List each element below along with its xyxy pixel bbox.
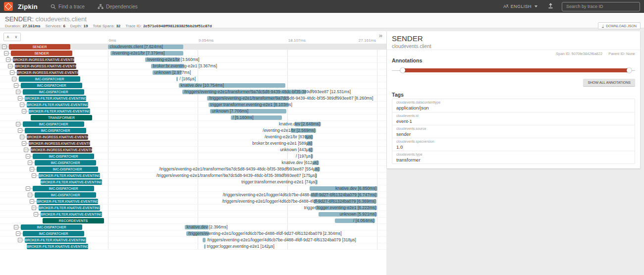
zipkin-logo-icon[interactable]: [4, 2, 13, 11]
collapse-toggle-icon[interactable]: −: [4, 51, 8, 55]
service-badge[interactable]: TRANSFORMER: [31, 115, 92, 120]
service-badge[interactable]: BROKER-FILTER.KNATIVE-EVENTING: [39, 173, 100, 178]
service-badge[interactable]: BROKER-INGRESS.KNATIVE-EVENTING: [17, 70, 78, 75]
collapse-toggle-icon[interactable]: −: [18, 238, 22, 242]
service-badge[interactable]: IMC-DISPATCHER: [35, 160, 96, 165]
service-badge[interactable]: RECORDEVENTS: [43, 218, 104, 223]
collapse-toggle-icon[interactable]: −: [18, 128, 22, 133]
collapse-toggle-icon[interactable]: −: [10, 70, 14, 75]
span-row[interactable]: RECORDEVENTS/ [4.064ms]: [0, 218, 386, 224]
span-row[interactable]: −BROKER-FILTER.KNATIVE-EVENTING/triggers…: [0, 237, 386, 243]
span-row[interactable]: TRANSFORMER/ [5.160ms]: [0, 114, 386, 121]
span-row[interactable]: −BROKER-INGRESS.KNATIVE-EVENTINGunknown …: [0, 69, 386, 76]
span-row[interactable]: −BROKER-INGRESS.KNATIVE-EVENTINGbroker:b…: [0, 140, 386, 147]
collapse-toggle-icon[interactable]: −: [32, 206, 36, 210]
collapse-toggle-icon[interactable]: −: [8, 64, 12, 68]
collapse-toggle-icon[interactable]: −: [16, 90, 20, 94]
service-badge[interactable]: BROKER-FILTER.KNATIVE-EVENTING: [27, 102, 88, 108]
service-badge[interactable]: IMC-DISPATCHER: [37, 166, 98, 172]
span-row[interactable]: −IMC-DISPATCHER/triggers/eventing-e2e1/t…: [0, 89, 386, 95]
service-badge[interactable]: IMC-DISPATCHER: [21, 224, 82, 230]
service-badge[interactable]: BROKER-INGRESS.KNATIVE-EVENTING: [13, 57, 74, 62]
span-row[interactable]: −BROKER-INGRESS.KNATIVE-EVENTINGunknown …: [0, 147, 386, 153]
search-input[interactable]: [562, 2, 640, 11]
span-row[interactable]: −IMC-DISPATCHER/triggers/eventing-e2e1/l…: [0, 230, 386, 237]
service-badge[interactable]: IMC-DISPATCHER: [21, 83, 82, 88]
span-row[interactable]: −IMC-DISPATCHERknative.dev [6.850ms]: [0, 185, 386, 192]
collapse-toggle-icon[interactable]: −: [14, 225, 18, 229]
collapse-toggle-icon[interactable]: −: [20, 103, 24, 107]
service-badge[interactable]: IMC-DISPATCHER: [33, 154, 94, 159]
collapse-toggle-icon[interactable]: −: [20, 135, 24, 139]
download-json-button[interactable]: ↓ DOWNLOAD JSON: [598, 22, 641, 29]
collapse-toggle-icon[interactable]: −: [6, 57, 10, 62]
service-badge[interactable]: IMC-DISPATCHER: [23, 231, 84, 236]
service-badge[interactable]: IMC-DISPATCHER: [35, 192, 96, 198]
service-badge[interactable]: IMC-DISPATCHER: [19, 76, 80, 82]
span-duration-bar[interactable]: [176, 77, 178, 81]
span-row[interactable]: −IMC-DISPATCHER/ [186µs]: [0, 76, 386, 82]
service-badge[interactable]: SENDER: [9, 44, 70, 50]
span-row[interactable]: −IMC-DISPATCHER/eventing-e2e1/br [2.569m…: [0, 127, 386, 134]
service-badge[interactable]: IMC-DISPATCHER: [25, 128, 86, 133]
service-badge[interactable]: IMC-DISPATCHER: [23, 121, 84, 127]
service-badge[interactable]: BROKER-FILTER.KNATIVE-EVENTING: [25, 237, 86, 243]
expand-all-button[interactable]: ∨: [12, 33, 21, 41]
collapse-toggle-icon[interactable]: −: [22, 141, 26, 146]
span-row[interactable]: −BROKER-INGRESS.KNATIVE-EVENTING/eventin…: [0, 134, 386, 140]
service-badge[interactable]: IMC-DISPATCHER: [33, 186, 94, 191]
collapse-all-button[interactable]: ∧: [3, 33, 12, 41]
collapse-toggle-icon[interactable]: −: [30, 199, 34, 204]
collapse-toggle-icon[interactable]: −: [16, 122, 20, 126]
span-row[interactable]: −BROKER-INGRESS.KNATIVE-EVENTINGbroker:b…: [0, 63, 386, 69]
service-badge[interactable]: SENDER: [11, 51, 72, 56]
collapse-toggle-icon[interactable]: −: [30, 167, 34, 171]
service-badge[interactable]: BROKER-INGRESS.KNATIVE-EVENTING: [29, 141, 90, 146]
collapse-toggle-icon[interactable]: −: [22, 109, 26, 113]
span-row[interactable]: −BROKER-FILTER.KNATIVE-EVENTINGtrigger:t…: [0, 102, 386, 108]
span-duration-bar[interactable]: [203, 238, 206, 242]
span-row[interactable]: −IMC-DISPATCHER/ [197µs]: [0, 153, 386, 160]
span-row[interactable]: −IMC-DISPATCHERknative.dev [612µs]: [0, 160, 386, 166]
collapse-toggle-icon[interactable]: −: [2, 45, 6, 49]
span-row[interactable]: −BROKER-FILTER.KNATIVE-EVENTING/triggers…: [0, 198, 386, 205]
service-badge[interactable]: BROKER-INGRESS.KNATIVE-EVENTING: [27, 134, 88, 140]
collapse-toggle-icon[interactable]: −: [28, 161, 32, 165]
collapse-panel-icon[interactable]: »: [379, 32, 382, 39]
nav-item-dependencies[interactable]: Dependencies: [98, 4, 138, 9]
collapse-toggle-icon[interactable]: −: [32, 173, 36, 178]
collapse-toggle-icon[interactable]: −: [34, 212, 38, 217]
nav-item-find-a-trace[interactable]: Find a trace: [51, 4, 85, 9]
collapse-toggle-icon[interactable]: −: [18, 96, 22, 101]
span-row[interactable]: −SENDER/eventing-e2e1/br [7.379ms]: [0, 50, 386, 56]
span-row[interactable]: −IMC-DISPATCHERknative.dev [10.754ms]: [0, 82, 386, 89]
span-row[interactable]: −BROKER-FILTER.KNATIVE-EVENTINGunknown […: [0, 108, 386, 114]
service-badge[interactable]: BROKER-FILTER.KNATIVE-EVENTING: [29, 109, 90, 114]
service-badge[interactable]: BROKER-FILTER.KNATIVE-EVENTING: [27, 244, 88, 249]
span-row[interactable]: −IMC-DISPATCHER/triggers/eventing-e2e1/t…: [0, 166, 386, 172]
collapse-toggle-icon[interactable]: −: [14, 83, 18, 88]
service-badge[interactable]: BROKER-FILTER.KNATIVE-EVENTING: [37, 199, 98, 204]
collapse-toggle-icon[interactable]: −: [26, 186, 30, 191]
collapse-toggle-icon[interactable]: −: [12, 77, 16, 81]
upload-trace-button[interactable]: [547, 2, 554, 11]
span-row[interactable]: −SENDERcloudevents.client [7.624ms]: [0, 44, 386, 50]
service-badge[interactable]: BROKER-FILTER.KNATIVE-EVENTING: [41, 179, 102, 185]
span-row[interactable]: −BROKER-INGRESS.KNATIVE-EVENTING/eventin…: [0, 56, 386, 63]
collapse-toggle-icon[interactable]: −: [26, 154, 30, 159]
span-row[interactable]: −BROKER-FILTER.KNATIVE-EVENTINGunknown […: [0, 211, 386, 218]
collapse-toggle-icon[interactable]: −: [16, 231, 20, 236]
service-badge[interactable]: BROKER-INGRESS.KNATIVE-EVENTING: [31, 147, 92, 153]
span-row[interactable]: −IMC-DISPATCHER/triggers/eventing-e2e1/l…: [0, 192, 386, 198]
span-row[interactable]: −BROKER-FILTER.KNATIVE-EVENTINGtrigger:l…: [0, 205, 386, 211]
span-row[interactable]: −BROKER-FILTER.KNATIVE-EVENTING/triggers…: [0, 172, 386, 179]
language-selector[interactable]: A ENGLISH: [503, 3, 537, 9]
span-row[interactable]: −IMC-DISPATCHERknative.dev [2.648ms]: [0, 121, 386, 127]
service-badge[interactable]: BROKER-FILTER.KNATIVE-EVENTING: [41, 212, 102, 217]
annotation-end-marker[interactable]: [627, 68, 632, 73]
annotation-start-marker[interactable]: [400, 68, 405, 73]
collapse-toggle-icon[interactable]: −: [28, 193, 32, 197]
show-all-annotations-button[interactable]: SHOW ALL ANNOTATIONS: [583, 79, 635, 86]
span-duration-bar[interactable]: [204, 244, 206, 249]
service-badge[interactable]: BROKER-FILTER.KNATIVE-EVENTING: [25, 96, 86, 101]
